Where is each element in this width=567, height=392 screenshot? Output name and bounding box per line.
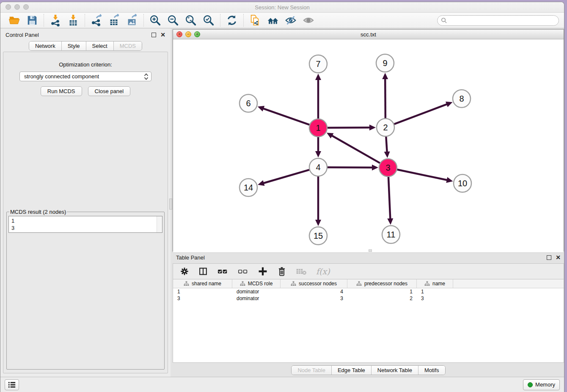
column-header-predecessor-nodes[interactable]: predecessor nodes bbox=[347, 279, 417, 288]
column-header-label: shared name bbox=[192, 281, 221, 287]
export-table-icon[interactable] bbox=[105, 13, 123, 28]
result-scrollbar[interactable] bbox=[157, 216, 162, 232]
table-cell[interactable]: dominator bbox=[232, 295, 281, 301]
close-panel-button[interactable]: Close panel bbox=[88, 86, 131, 96]
column-header-name[interactable]: name bbox=[417, 279, 453, 288]
search-input[interactable] bbox=[449, 17, 555, 23]
apply-layout-icon[interactable] bbox=[223, 13, 241, 28]
column-header-MCDS-role[interactable]: MCDS role bbox=[232, 279, 281, 288]
tab-node-table[interactable]: Node Table bbox=[292, 366, 332, 375]
add-row-icon[interactable] bbox=[258, 266, 268, 276]
clone-network-icon[interactable] bbox=[246, 13, 264, 28]
canvas-resize-handle[interactable] bbox=[369, 249, 372, 252]
tab-network-table[interactable]: Network Table bbox=[372, 366, 418, 375]
delete-rows-icon[interactable] bbox=[277, 266, 286, 276]
table-cell[interactable]: 3 bbox=[417, 295, 453, 301]
zoom-in-icon[interactable] bbox=[146, 13, 164, 28]
graph-node-1[interactable]: 1 bbox=[309, 119, 327, 137]
edge-3-1[interactable] bbox=[331, 135, 380, 163]
close-table-panel-icon[interactable]: ✕ bbox=[556, 255, 561, 260]
task-history-button[interactable] bbox=[5, 379, 19, 390]
tab-motifs[interactable]: Motifs bbox=[418, 366, 445, 375]
network-maximize-icon[interactable]: + bbox=[194, 31, 200, 37]
edge-2-8[interactable] bbox=[394, 104, 448, 124]
edge-3-11[interactable] bbox=[388, 177, 390, 220]
memory-button[interactable]: Memory bbox=[523, 379, 560, 390]
graph-node-4[interactable]: 4 bbox=[309, 158, 327, 176]
tab-mcds[interactable]: MCDS bbox=[114, 41, 142, 50]
edge-1-2[interactable] bbox=[328, 127, 371, 128]
search-box[interactable] bbox=[437, 15, 559, 26]
edge-arrowhead bbox=[446, 177, 453, 183]
zoom-fit-icon[interactable] bbox=[182, 13, 200, 28]
select-all-icon[interactable] bbox=[217, 267, 228, 276]
mcds-result-list[interactable]: 13 bbox=[8, 216, 162, 233]
graph-node-15[interactable]: 15 bbox=[309, 227, 327, 245]
deselect-all-icon[interactable] bbox=[237, 267, 248, 276]
tab-select[interactable]: Select bbox=[86, 41, 114, 50]
zoom-out-icon[interactable] bbox=[164, 13, 182, 28]
network-minimize-icon[interactable]: − bbox=[185, 31, 191, 37]
table-cell[interactable]: 1 bbox=[347, 289, 417, 295]
open-session-icon[interactable] bbox=[6, 13, 23, 28]
split-view-icon[interactable] bbox=[198, 267, 208, 276]
float-panel-icon[interactable] bbox=[151, 33, 156, 37]
column-header-shared-name[interactable]: shared name bbox=[173, 279, 232, 288]
edge-4-14[interactable] bbox=[263, 170, 309, 183]
run-mcds-button[interactable]: Run MCDS bbox=[41, 86, 82, 96]
table-row[interactable]: 3dominator323 bbox=[173, 295, 564, 302]
table-cell[interactable]: 3 bbox=[173, 295, 232, 301]
graph-node-7[interactable]: 7 bbox=[309, 55, 327, 73]
graph-node-8[interactable]: 8 bbox=[453, 90, 471, 108]
table-row[interactable]: 1dominator411 bbox=[173, 288, 564, 295]
table-cell[interactable]: 1 bbox=[417, 289, 453, 295]
column-settings-icon[interactable] bbox=[180, 267, 189, 276]
hide-selected-eye-icon[interactable] bbox=[282, 13, 300, 28]
graph-node-11[interactable]: 11 bbox=[382, 226, 400, 243]
column-header-successor-nodes[interactable]: successor nodes bbox=[281, 279, 347, 288]
table-cell[interactable]: dominator bbox=[232, 289, 281, 295]
panel-divider-handle[interactable] bbox=[169, 199, 172, 210]
network-graph[interactable]: 1234678910111415 bbox=[173, 39, 564, 251]
node-label: 8 bbox=[459, 94, 464, 103]
toolbar-separator bbox=[44, 14, 44, 27]
table-cell[interactable]: 1 bbox=[173, 289, 232, 295]
graph-node-14[interactable]: 14 bbox=[239, 179, 257, 196]
graph-node-9[interactable]: 9 bbox=[376, 54, 394, 72]
graph-node-10[interactable]: 10 bbox=[454, 174, 471, 192]
mcds-panel-body: Optimization criterion: strongly connect… bbox=[3, 52, 168, 373]
close-panel-icon[interactable]: ✕ bbox=[160, 33, 165, 37]
edge-3-10[interactable] bbox=[397, 170, 448, 180]
graph-node-6[interactable]: 6 bbox=[239, 94, 257, 112]
network-canvas[interactable]: 1234678910111415 bbox=[173, 39, 564, 252]
tab-edge-table[interactable]: Edge Table bbox=[332, 366, 372, 375]
network-window-titlebar[interactable]: × − + scc.txt bbox=[173, 30, 564, 39]
save-session-icon[interactable] bbox=[23, 13, 41, 28]
graph-node-2[interactable]: 2 bbox=[377, 119, 394, 136]
import-network-icon[interactable] bbox=[47, 13, 64, 28]
optimization-criterion-label: Optimization criterion: bbox=[59, 61, 112, 68]
zoom-window-icon[interactable] bbox=[23, 4, 29, 10]
network-close-icon[interactable]: × bbox=[176, 31, 182, 37]
first-neighbors-icon[interactable] bbox=[264, 13, 282, 28]
export-image-icon[interactable] bbox=[123, 13, 141, 28]
tab-style[interactable]: Style bbox=[62, 41, 86, 50]
export-network-icon[interactable] bbox=[88, 13, 105, 28]
desktop-frame: Session: New Session bbox=[0, 0, 567, 392]
edge-2-9[interactable] bbox=[385, 78, 385, 118]
float-table-panel-icon[interactable] bbox=[547, 255, 551, 260]
tab-network[interactable]: Network bbox=[29, 41, 62, 50]
edge-1-6[interactable] bbox=[262, 108, 309, 125]
table-cell[interactable]: 4 bbox=[281, 289, 347, 295]
edge-2-3[interactable] bbox=[386, 137, 387, 153]
edge-4-3[interactable] bbox=[328, 167, 373, 168]
criterion-select[interactable]: strongly connected component bbox=[19, 72, 151, 81]
graph-node-3[interactable]: 3 bbox=[379, 159, 397, 177]
show-all-eye-icon bbox=[300, 13, 317, 28]
zoom-selected-icon[interactable] bbox=[200, 13, 217, 28]
import-table-icon[interactable] bbox=[64, 13, 82, 28]
table-cell[interactable]: 2 bbox=[347, 295, 417, 301]
close-window-icon[interactable] bbox=[6, 4, 11, 10]
table-cell[interactable]: 3 bbox=[281, 295, 347, 301]
minimize-window-icon[interactable] bbox=[14, 4, 20, 10]
